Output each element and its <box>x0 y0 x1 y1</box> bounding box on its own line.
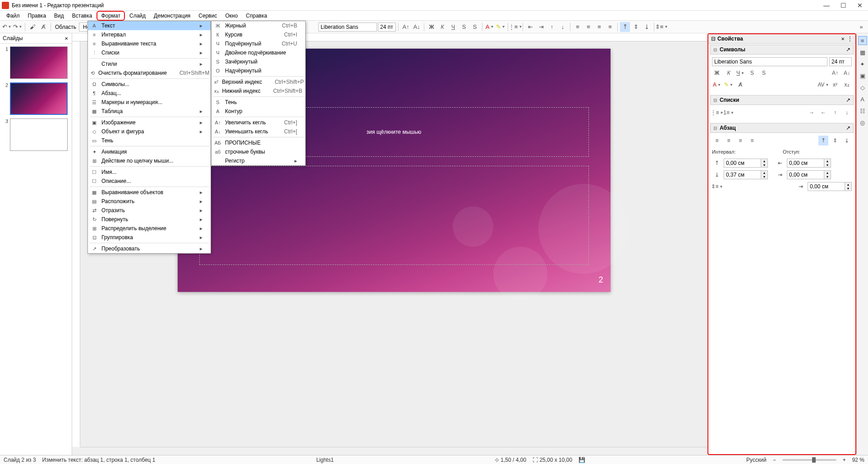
prop-font-name-input[interactable] <box>712 57 827 66</box>
format-menu-item[interactable]: ⊡Группировка▸ <box>88 233 211 242</box>
brush-icon[interactable]: 🖌 <box>28 22 37 32</box>
prop-movedown-icon[interactable]: ↓ <box>842 108 852 118</box>
para-valign-bot-icon[interactable]: ⤓ <box>842 136 852 146</box>
font-size-input[interactable] <box>378 23 396 32</box>
tab-properties-icon[interactable]: ≡ <box>858 36 867 45</box>
format-menu-item[interactable]: ⊞Действие по щелчку мыши... <box>88 156 211 165</box>
linespacing-icon[interactable]: ⇕≡▼ <box>712 182 722 191</box>
menu-help[interactable]: Справка <box>242 12 271 20</box>
zoom-slider[interactable] <box>782 459 836 461</box>
valign-top-icon[interactable]: ⤒ <box>620 22 630 32</box>
tab-shapes-icon[interactable]: ◇ <box>858 83 867 92</box>
slides-panel-close-icon[interactable]: ✕ <box>64 36 69 41</box>
format-menu-item[interactable]: ⊞Распределить выделение▸ <box>88 224 211 233</box>
prop-font-size-input[interactable] <box>829 57 852 66</box>
prop-moveup-icon[interactable]: ↑ <box>830 108 840 118</box>
para-align-left-icon[interactable]: ≡ <box>712 136 722 146</box>
prop-underline-icon[interactable]: Ч▼ <box>735 68 745 78</box>
text-submenu-item[interactable]: SЗачёркнутый <box>211 57 305 66</box>
bold-icon[interactable]: Ж <box>427 22 436 32</box>
maximize-button[interactable]: ☐ <box>840 2 846 9</box>
align-right-icon[interactable]: ≡ <box>594 22 604 32</box>
zoom-in-icon[interactable]: + <box>843 457 846 463</box>
text-submenu-item[interactable]: AКонтур <box>211 107 305 116</box>
prop-strike-icon[interactable]: S <box>747 68 757 78</box>
prop-italic-icon[interactable]: К <box>724 68 734 78</box>
move-up-icon[interactable]: ↑ <box>547 22 557 32</box>
valign-bot-icon[interactable]: ⤓ <box>642 22 652 32</box>
menu-window[interactable]: Окно <box>221 12 241 20</box>
toolbar-overflow-icon[interactable]: » <box>856 22 866 32</box>
section-more-icon[interactable]: ↗ <box>846 125 850 131</box>
para-valign-top-icon[interactable]: ⤒ <box>818 136 828 146</box>
format-menu-item[interactable]: ⇄Отразить▸ <box>88 206 211 215</box>
prop-fontcolor-icon[interactable]: A▼ <box>712 80 722 90</box>
font-color-icon[interactable]: A▼ <box>485 22 495 32</box>
prop-subscript-icon[interactable]: x₂ <box>842 80 852 90</box>
text-submenu-item[interactable]: Регистр▸ <box>211 156 305 165</box>
para-align-right-icon[interactable]: ≡ <box>735 136 745 146</box>
text-submenu-item[interactable]: ЖЖирныйCtrl+B <box>211 21 305 30</box>
menu-slideshow[interactable]: Демонстрация <box>150 12 194 20</box>
highlight-icon[interactable]: ✎▼ <box>496 22 505 32</box>
format-menu-item[interactable]: ☐Описание... <box>88 177 211 186</box>
collapse-icon[interactable]: ⊟ <box>711 36 716 42</box>
tab-navigator-icon[interactable]: ◎ <box>858 118 867 127</box>
align-center-icon[interactable]: ≡ <box>583 22 593 32</box>
menu-edit[interactable]: Правка <box>24 12 50 20</box>
tab-animation-icon[interactable]: ✦ <box>858 59 867 68</box>
status-save-icon[interactable]: 💾 <box>579 457 585 463</box>
spacing-below-input[interactable]: ▲▼ <box>724 170 768 179</box>
prop-bold-icon[interactable]: Ж <box>712 68 722 78</box>
text-submenu-item[interactable]: АБПРОПИСНЫЕ <box>211 138 305 147</box>
minimize-button[interactable]: — <box>823 2 830 9</box>
format-menu-item[interactable]: ◇Объект и фигура▸ <box>88 127 211 136</box>
menu-insert[interactable]: Вставка <box>69 12 96 20</box>
properties-close-icon[interactable]: ✕ <box>840 36 845 41</box>
section-lists-header[interactable]: ⊟ Списки ↗ <box>710 95 854 105</box>
prop-shadow-icon[interactable]: S <box>759 68 769 78</box>
format-menu-item[interactable]: ↗Преобразовать▸ <box>88 244 211 253</box>
format-menu-item[interactable]: Стили▸ <box>88 59 211 68</box>
format-menu-item[interactable]: AТекст▸ <box>88 21 211 30</box>
section-symbols-header[interactable]: ⊟ Символы ↗ <box>710 45 854 55</box>
format-menu-item[interactable]: ✦Анимация <box>88 147 211 156</box>
text-submenu-item[interactable]: x²Верхний индексCtrl+Shift+P <box>211 77 305 86</box>
prop-spacing-icon[interactable]: AV▼ <box>818 80 828 90</box>
status-zoom[interactable]: 92 % <box>852 457 864 463</box>
tab-slide-transition-icon[interactable]: ▦ <box>858 48 867 57</box>
prop-decfont-icon[interactable]: A↓ <box>842 68 852 78</box>
format-menu-item[interactable]: ↻Повернуть▸ <box>88 215 211 224</box>
format-menu-item[interactable]: ⟲Очистить форматированиеCtrl+Shift+M <box>88 68 211 77</box>
tab-master-icon[interactable]: ▣ <box>858 71 867 80</box>
format-menu-item[interactable]: ¶Абзац... <box>88 89 211 98</box>
close-button[interactable]: ✕ <box>857 2 863 9</box>
italic-icon[interactable]: К <box>437 22 447 32</box>
format-menu-item[interactable]: ▣Изображение▸ <box>88 118 211 127</box>
prop-promote-icon[interactable]: ← <box>818 108 828 118</box>
decrease-font-icon[interactable]: A↓ <box>412 22 422 32</box>
strike-icon[interactable]: S <box>459 22 469 32</box>
spacing-above-input[interactable]: ▲▼ <box>724 159 768 168</box>
indent-icon[interactable]: ⇥ <box>536 22 546 32</box>
text-submenu-item[interactable]: абстрочные буквы <box>211 147 305 156</box>
horizontal-scrollbar[interactable] <box>80 447 707 455</box>
slide-thumb-2[interactable]: 2 <box>3 82 69 115</box>
text-submenu-item[interactable]: A↓Уменьшить кегльCtrl+[ <box>211 127 305 136</box>
content-placeholder[interactable] <box>199 166 589 265</box>
format-menu-item[interactable]: ⋮Списки▸ <box>88 48 211 57</box>
tab-gallery-icon[interactable]: A <box>858 95 867 104</box>
zoom-out-icon[interactable]: − <box>773 457 776 463</box>
align-left-icon[interactable]: ≡ <box>573 22 583 32</box>
format-menu-item[interactable]: ▦Таблица▸ <box>88 107 211 116</box>
indent-after-input[interactable]: ▲▼ <box>787 170 831 179</box>
line-spacing-icon[interactable]: ⇕≡▼ <box>657 22 666 32</box>
underline-icon[interactable]: Ч <box>448 22 458 32</box>
format-menu-item[interactable]: ≡Выравнивание текста▸ <box>88 39 211 48</box>
text-submenu-item[interactable]: ЧДвойное подчёркивание <box>211 48 305 57</box>
text-submenu-item[interactable]: OНадчёркнутый <box>211 66 305 75</box>
format-menu-item[interactable]: ▭Тень <box>88 136 211 145</box>
slide-thumb-3[interactable]: 3 <box>3 118 69 151</box>
format-menu-item[interactable]: ☰Маркеры и нумерация... <box>88 98 211 107</box>
bullets-icon[interactable]: ⋮≡▼ <box>510 22 520 32</box>
